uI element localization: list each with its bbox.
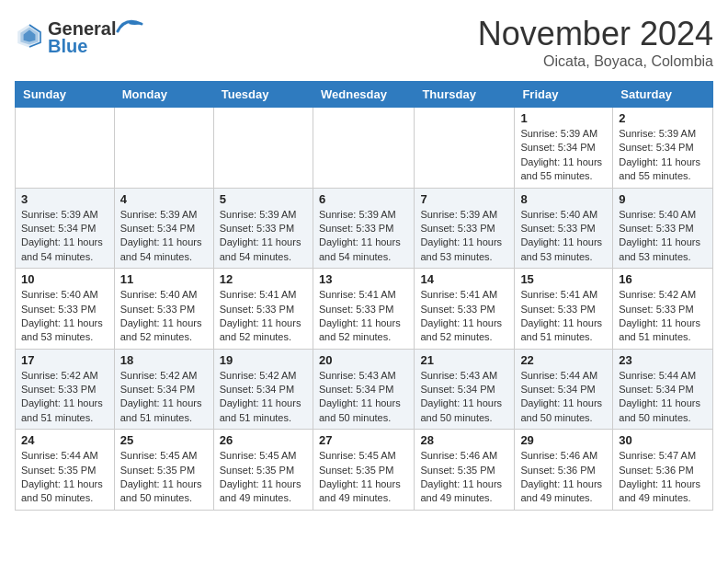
day-number: 22 [520, 353, 607, 367]
day-info: Sunrise: 5:45 AM Sunset: 5:35 PM Dayligh… [319, 449, 408, 506]
day-number: 13 [319, 272, 408, 286]
calendar-cell: 20Sunrise: 5:43 AM Sunset: 5:34 PM Dayli… [313, 349, 414, 430]
day-number: 24 [21, 433, 108, 447]
weekday-header-friday: Friday [515, 82, 613, 108]
calendar-cell: 9Sunrise: 5:40 AM Sunset: 5:33 PM Daylig… [613, 188, 713, 269]
day-info: Sunrise: 5:41 AM Sunset: 5:33 PM Dayligh… [520, 288, 607, 345]
day-number: 23 [619, 353, 707, 367]
day-number: 10 [21, 272, 108, 286]
day-number: 2 [619, 111, 707, 125]
day-info: Sunrise: 5:39 AM Sunset: 5:34 PM Dayligh… [619, 127, 707, 184]
calendar-week-row: 3Sunrise: 5:39 AM Sunset: 5:34 PM Daylig… [16, 188, 713, 269]
day-info: Sunrise: 5:45 AM Sunset: 5:35 PM Dayligh… [120, 449, 208, 506]
day-number: 27 [319, 433, 408, 447]
day-info: Sunrise: 5:44 AM Sunset: 5:34 PM Dayligh… [520, 369, 607, 426]
month-title: November 2024 [478, 15, 713, 53]
calendar-cell: 28Sunrise: 5:46 AM Sunset: 5:35 PM Dayli… [415, 430, 515, 511]
calendar-cell: 12Sunrise: 5:41 AM Sunset: 5:33 PM Dayli… [213, 269, 313, 350]
day-info: Sunrise: 5:39 AM Sunset: 5:34 PM Dayligh… [120, 208, 208, 265]
calendar-cell: 21Sunrise: 5:43 AM Sunset: 5:34 PM Dayli… [415, 349, 515, 430]
day-number: 19 [220, 353, 307, 367]
calendar-cell: 3Sunrise: 5:39 AM Sunset: 5:34 PM Daylig… [16, 188, 115, 269]
page-header: General Blue November 2024 Oicata, Boyac… [15, 15, 713, 70]
day-number: 15 [520, 272, 607, 286]
day-number: 25 [120, 433, 208, 447]
day-info: Sunrise: 5:42 AM Sunset: 5:34 PM Dayligh… [220, 369, 307, 426]
calendar-cell [16, 108, 115, 189]
calendar-cell: 16Sunrise: 5:42 AM Sunset: 5:33 PM Dayli… [613, 269, 713, 350]
calendar-cell: 8Sunrise: 5:40 AM Sunset: 5:33 PM Daylig… [515, 188, 613, 269]
calendar-cell: 18Sunrise: 5:42 AM Sunset: 5:34 PM Dayli… [114, 349, 213, 430]
day-number: 18 [120, 353, 208, 367]
calendar-table: SundayMondayTuesdayWednesdayThursdayFrid… [15, 81, 713, 511]
day-info: Sunrise: 5:44 AM Sunset: 5:34 PM Dayligh… [619, 369, 707, 426]
day-info: Sunrise: 5:42 AM Sunset: 5:33 PM Dayligh… [619, 288, 707, 345]
day-number: 20 [319, 353, 408, 367]
weekday-header-sunday: Sunday [16, 82, 115, 108]
logo: General Blue [15, 15, 143, 57]
calendar-cell: 10Sunrise: 5:40 AM Sunset: 5:33 PM Dayli… [16, 269, 115, 350]
logo-text: General Blue [48, 15, 143, 57]
calendar-cell [313, 108, 414, 189]
day-number: 17 [21, 353, 108, 367]
day-info: Sunrise: 5:42 AM Sunset: 5:34 PM Dayligh… [120, 369, 208, 426]
day-number: 28 [420, 433, 508, 447]
calendar-cell: 23Sunrise: 5:44 AM Sunset: 5:34 PM Dayli… [613, 349, 713, 430]
logo-wing-icon [116, 15, 143, 35]
day-info: Sunrise: 5:39 AM Sunset: 5:34 PM Dayligh… [520, 127, 607, 184]
day-number: 7 [420, 192, 508, 206]
day-number: 1 [520, 111, 607, 125]
day-info: Sunrise: 5:40 AM Sunset: 5:33 PM Dayligh… [520, 208, 607, 265]
calendar-cell: 1Sunrise: 5:39 AM Sunset: 5:34 PM Daylig… [515, 108, 613, 189]
calendar-week-row: 1Sunrise: 5:39 AM Sunset: 5:34 PM Daylig… [16, 108, 713, 189]
calendar-cell: 19Sunrise: 5:42 AM Sunset: 5:34 PM Dayli… [213, 349, 313, 430]
calendar-cell: 5Sunrise: 5:39 AM Sunset: 5:33 PM Daylig… [213, 188, 313, 269]
logo-icon [15, 21, 44, 51]
weekday-header-tuesday: Tuesday [213, 82, 313, 108]
calendar-cell: 14Sunrise: 5:41 AM Sunset: 5:33 PM Dayli… [415, 269, 515, 350]
day-number: 6 [319, 192, 408, 206]
weekday-header-monday: Monday [114, 82, 213, 108]
weekday-header-thursday: Thursday [415, 82, 515, 108]
calendar-cell: 7Sunrise: 5:39 AM Sunset: 5:33 PM Daylig… [415, 188, 515, 269]
calendar-cell: 6Sunrise: 5:39 AM Sunset: 5:33 PM Daylig… [313, 188, 414, 269]
calendar-cell: 17Sunrise: 5:42 AM Sunset: 5:33 PM Dayli… [16, 349, 115, 430]
day-info: Sunrise: 5:40 AM Sunset: 5:33 PM Dayligh… [21, 288, 108, 345]
day-number: 30 [619, 433, 707, 447]
calendar-cell: 24Sunrise: 5:44 AM Sunset: 5:35 PM Dayli… [16, 430, 115, 511]
calendar-cell [213, 108, 313, 189]
day-number: 11 [120, 272, 208, 286]
calendar-cell: 26Sunrise: 5:45 AM Sunset: 5:35 PM Dayli… [213, 430, 313, 511]
day-info: Sunrise: 5:39 AM Sunset: 5:33 PM Dayligh… [319, 208, 408, 265]
day-info: Sunrise: 5:41 AM Sunset: 5:33 PM Dayligh… [420, 288, 508, 345]
day-info: Sunrise: 5:39 AM Sunset: 5:33 PM Dayligh… [220, 208, 307, 265]
day-number: 9 [619, 192, 707, 206]
calendar-cell: 22Sunrise: 5:44 AM Sunset: 5:34 PM Dayli… [515, 349, 613, 430]
calendar-cell: 30Sunrise: 5:47 AM Sunset: 5:36 PM Dayli… [613, 430, 713, 511]
calendar-header-row: SundayMondayTuesdayWednesdayThursdayFrid… [16, 82, 713, 108]
day-info: Sunrise: 5:43 AM Sunset: 5:34 PM Dayligh… [319, 369, 408, 426]
day-number: 26 [220, 433, 307, 447]
title-section: November 2024 Oicata, Boyaca, Colombia [478, 15, 713, 70]
day-info: Sunrise: 5:45 AM Sunset: 5:35 PM Dayligh… [220, 449, 307, 506]
calendar-cell: 13Sunrise: 5:41 AM Sunset: 5:33 PM Dayli… [313, 269, 414, 350]
day-info: Sunrise: 5:46 AM Sunset: 5:35 PM Dayligh… [420, 449, 508, 506]
day-info: Sunrise: 5:41 AM Sunset: 5:33 PM Dayligh… [319, 288, 408, 345]
calendar-cell [114, 108, 213, 189]
day-info: Sunrise: 5:47 AM Sunset: 5:36 PM Dayligh… [619, 449, 707, 506]
calendar-cell: 15Sunrise: 5:41 AM Sunset: 5:33 PM Dayli… [515, 269, 613, 350]
day-info: Sunrise: 5:39 AM Sunset: 5:34 PM Dayligh… [21, 208, 108, 265]
calendar-cell: 2Sunrise: 5:39 AM Sunset: 5:34 PM Daylig… [613, 108, 713, 189]
day-info: Sunrise: 5:39 AM Sunset: 5:33 PM Dayligh… [420, 208, 508, 265]
weekday-header-wednesday: Wednesday [313, 82, 414, 108]
calendar-week-row: 24Sunrise: 5:44 AM Sunset: 5:35 PM Dayli… [16, 430, 713, 511]
day-info: Sunrise: 5:44 AM Sunset: 5:35 PM Dayligh… [21, 449, 108, 506]
day-info: Sunrise: 5:43 AM Sunset: 5:34 PM Dayligh… [420, 369, 508, 426]
day-number: 12 [220, 272, 307, 286]
calendar-cell: 4Sunrise: 5:39 AM Sunset: 5:34 PM Daylig… [114, 188, 213, 269]
day-info: Sunrise: 5:40 AM Sunset: 5:33 PM Dayligh… [619, 208, 707, 265]
day-number: 5 [220, 192, 307, 206]
day-number: 3 [21, 192, 108, 206]
calendar-week-row: 10Sunrise: 5:40 AM Sunset: 5:33 PM Dayli… [16, 269, 713, 350]
day-number: 8 [520, 192, 607, 206]
